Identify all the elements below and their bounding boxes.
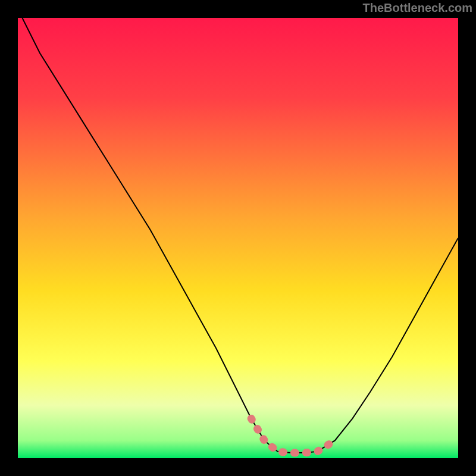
main-curve-line <box>22 18 458 453</box>
watermark-text: TheBottleneck.com <box>363 1 472 15</box>
chart-container: TheBottleneck.com <box>0 0 476 476</box>
curve-overlay <box>18 18 458 458</box>
plot-area <box>18 18 458 458</box>
